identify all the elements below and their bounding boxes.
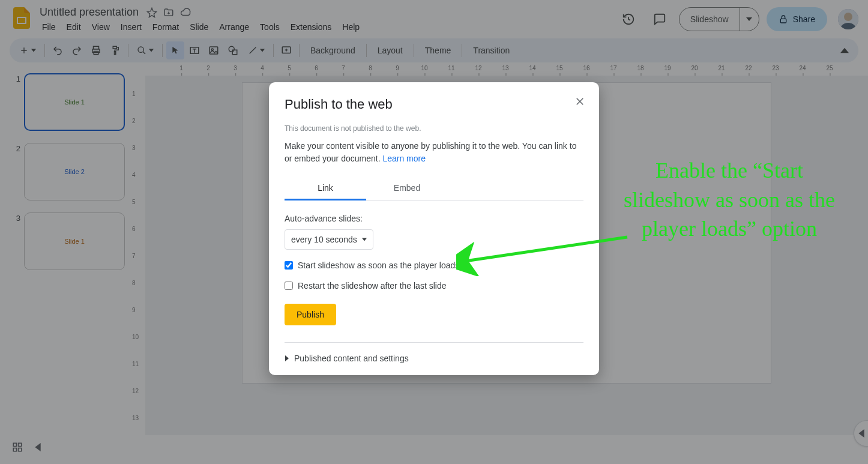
restart-slideshow-checkbox[interactable]	[285, 282, 293, 290]
start-slideshow-label: Start slideshow as soon as the player lo…	[298, 261, 459, 270]
start-slideshow-checkbox[interactable]	[285, 261, 293, 270]
chevron-right-icon	[285, 355, 289, 361]
published-content-expander[interactable]: Published content and settings	[285, 354, 583, 363]
dialog-tabs: Link Embed	[285, 177, 583, 200]
dialog-description: Make your content visible to anyone by p…	[285, 140, 583, 165]
dialog-divider	[285, 342, 583, 343]
publish-to-web-dialog: Publish to the web This document is not …	[269, 82, 599, 375]
chevron-down-icon	[362, 237, 367, 242]
restart-slideshow-checkbox-row[interactable]: Restart the slideshow after the last sli…	[285, 281, 583, 291]
learn-more-link[interactable]: Learn more	[382, 154, 426, 163]
auto-advance-value: every 10 seconds	[291, 235, 357, 244]
dialog-title: Publish to the web	[285, 97, 583, 112]
dialog-status-text: This document is not published to the we…	[285, 124, 583, 133]
expander-label: Published content and settings	[294, 354, 409, 363]
annotation-text: Enable the “Start slideshow as soon as t…	[621, 156, 837, 244]
tab-link[interactable]: Link	[285, 177, 366, 200]
dialog-description-text: Make your content visible to anyone by p…	[285, 141, 576, 163]
close-icon[interactable]	[573, 94, 587, 109]
auto-advance-label: Auto-advance slides:	[285, 214, 583, 223]
publish-button[interactable]: Publish	[285, 304, 336, 325]
start-slideshow-checkbox-row[interactable]: Start slideshow as soon as the player lo…	[285, 261, 583, 270]
tab-embed[interactable]: Embed	[366, 177, 448, 200]
restart-slideshow-label: Restart the slideshow after the last sli…	[298, 281, 446, 291]
auto-advance-dropdown[interactable]: every 10 seconds	[285, 229, 373, 250]
